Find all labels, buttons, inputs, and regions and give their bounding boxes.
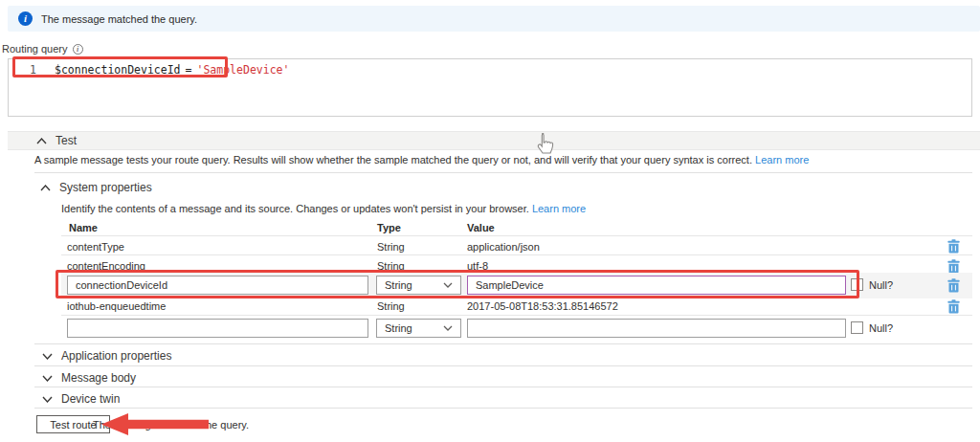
chevron-down-icon (443, 325, 453, 331)
test-result-text: The message matched the query. (93, 419, 249, 431)
routing-query-label: Routing query i (2, 43, 83, 55)
table-divider (61, 254, 972, 255)
routing-query-label-text: Routing query (2, 43, 68, 55)
table-divider (61, 315, 972, 316)
divider (34, 387, 972, 387)
chevron-down-icon (443, 282, 453, 288)
null-label: Null? (869, 322, 893, 334)
delete-row-button[interactable] (946, 299, 961, 315)
routing-query-test-page: i The message matched the query. Routing… (0, 0, 980, 442)
trash-icon (947, 239, 960, 254)
new-property-value-input[interactable] (467, 319, 846, 338)
test-description-text: A sample message tests your route query.… (34, 154, 752, 166)
learn-more-link-system-properties[interactable]: Learn more (532, 203, 586, 214)
cell-value: application/json (467, 241, 540, 253)
line-number: 1 (30, 62, 36, 78)
cell-type: String (377, 260, 405, 272)
system-properties-description: Identify the contents of a message and i… (61, 203, 586, 214)
column-header-name: Name (69, 222, 98, 233)
query-code: $connectionDeviceId='SampleDevice' (55, 62, 289, 78)
cell-type: String (377, 300, 405, 312)
query-code-line: 1 $connectionDeviceId='SampleDevice' (9, 62, 971, 78)
test-section-title: Test (56, 134, 77, 147)
section-header-system-properties[interactable]: System properties (40, 181, 152, 194)
banner-text: The message matched the query. (41, 13, 197, 25)
column-header-type: Type (377, 222, 401, 233)
query-editor[interactable]: 1 $connectionDeviceId='SampleDevice' (8, 58, 972, 117)
chevron-down-icon (42, 375, 53, 382)
cell-type: String (377, 241, 405, 253)
cell-name: contentEncoding (67, 260, 145, 272)
cell-value: 2017-05-08T18:53:31.85146572 (467, 300, 618, 312)
section-header-message-body[interactable]: Message body (42, 371, 136, 385)
section-header-device-twin[interactable]: Device twin (42, 392, 120, 406)
property-type-selected: String (385, 279, 412, 291)
chevron-up-icon (40, 185, 51, 191)
section-header-test[interactable]: Test (8, 131, 980, 150)
system-properties-description-text: Identify the contents of a message and i… (61, 203, 529, 214)
device-twin-title: Device twin (61, 392, 120, 406)
null-label: Null? (869, 279, 893, 291)
query-field: $connectionDeviceId (55, 63, 181, 77)
chevron-down-icon (42, 353, 53, 360)
info-icon: i (18, 11, 33, 26)
info-banner: i The message matched the query. (8, 6, 980, 32)
property-name-input[interactable] (67, 276, 368, 295)
property-value-input[interactable] (467, 276, 846, 295)
chevron-down-icon (42, 396, 53, 403)
cell-value: utf-8 (467, 260, 488, 272)
new-property-type-selected: String (385, 322, 412, 334)
divider (34, 343, 972, 344)
cell-name: iothub-enqueuedtime (67, 300, 166, 312)
delete-row-button[interactable] (946, 239, 961, 254)
null-checkbox[interactable] (851, 321, 863, 334)
property-type-select[interactable]: String (376, 276, 461, 295)
new-property-name-input[interactable] (67, 319, 368, 338)
trash-icon (947, 278, 960, 293)
query-operator: = (186, 63, 192, 77)
column-header-value: Value (467, 222, 495, 233)
divider (34, 408, 972, 409)
cell-name: contentType (67, 241, 124, 253)
chevron-up-icon (36, 138, 47, 144)
message-body-title: Message body (61, 371, 136, 385)
hand-cursor-icon (536, 132, 554, 159)
trash-icon (947, 299, 960, 314)
table-divider (61, 235, 972, 236)
info-tooltip-icon[interactable]: i (73, 44, 83, 55)
trash-icon (947, 259, 960, 274)
query-string-literal: 'SampleDevice' (197, 63, 290, 77)
system-properties-title: System properties (59, 181, 152, 194)
delete-row-button[interactable] (946, 278, 961, 294)
application-properties-title: Application properties (61, 349, 171, 363)
section-header-application-properties[interactable]: Application properties (42, 349, 171, 363)
divider (34, 365, 972, 366)
null-checkbox[interactable] (851, 278, 863, 291)
divider (34, 172, 972, 173)
new-property-type-select[interactable]: String (376, 319, 461, 338)
learn-more-link-test[interactable]: Learn more (755, 154, 809, 166)
test-description: A sample message tests your route query.… (34, 154, 809, 166)
